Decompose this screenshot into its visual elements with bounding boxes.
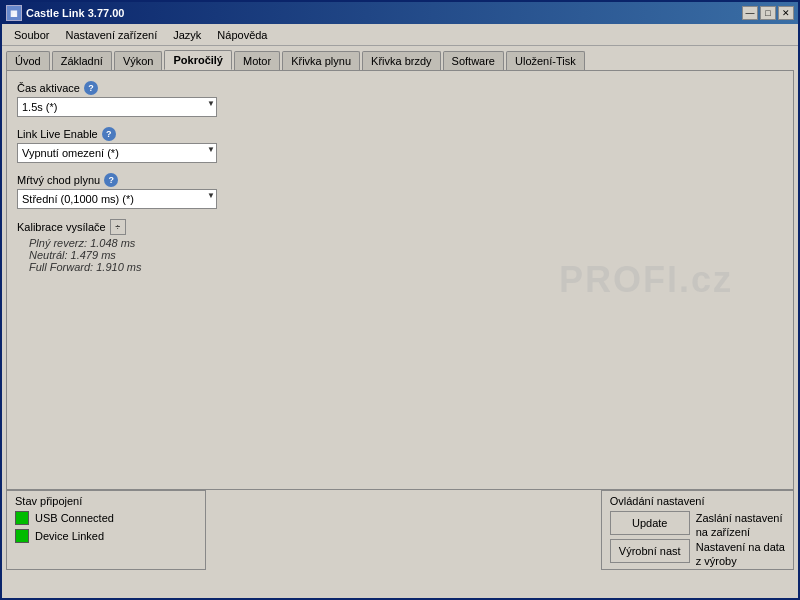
mrtvy-chod-label: Mŕtvý chod plynu — [17, 174, 100, 186]
status-descriptions: Zaslání nastavenína zařízení Nastavení n… — [696, 511, 785, 568]
cas-aktivace-help-icon[interactable]: ? — [84, 81, 98, 95]
app-icon: ▦ — [6, 5, 22, 21]
window-controls: — □ ✕ — [742, 6, 794, 20]
cas-aktivace-select-wrapper: 1.5s (*) — [17, 97, 217, 117]
device-linked-indicator — [15, 529, 29, 543]
menu-napoveda[interactable]: Nápověda — [209, 27, 275, 43]
status-bar: Stav připojení USB Connected Device Link… — [6, 490, 794, 570]
cas-aktivace-label: Čas aktivace — [17, 82, 80, 94]
update-button[interactable]: Update — [610, 511, 690, 535]
kalibrace-value-2: Full Forward: 1.910 ms — [29, 261, 783, 273]
status-right-title: Ovládání nastavení — [610, 495, 785, 507]
kalibrace-label: Kalibrace vysílače — [17, 221, 106, 233]
main-content: Čas aktivace ? 1.5s (*) Link Live Enable… — [6, 70, 794, 490]
status-right: Ovládání nastavení Update Výrobní nast Z… — [601, 490, 794, 570]
tab-software[interactable]: Software — [443, 51, 504, 70]
status-spacer — [206, 490, 601, 570]
status-buttons: Update Výrobní nast — [610, 511, 690, 568]
tab-pokrocily[interactable]: Pokročilý — [164, 50, 232, 70]
tab-ulozeni-tisk[interactable]: Uložení-Tisk — [506, 51, 585, 70]
status-usb-item: USB Connected — [15, 511, 197, 525]
mrtvy-chod-help-icon[interactable]: ? — [104, 173, 118, 187]
usb-connected-label: USB Connected — [35, 512, 114, 524]
status-desc-0: Zaslání nastavenína zařízení — [696, 511, 785, 540]
kalibrace-values: Plný reverz: 1.048 ms Neutrál: 1.479 ms … — [17, 237, 783, 273]
mrtvy-chod-select[interactable]: Střední (0,1000 ms) (*) — [17, 189, 217, 209]
tab-zakladni[interactable]: Základní — [52, 51, 112, 70]
minimize-button[interactable]: — — [742, 6, 758, 20]
link-live-enable-label: Link Live Enable — [17, 128, 98, 140]
title-bar: ▦ Castle Link 3.77.00 — □ ✕ — [2, 2, 798, 24]
menu-jazyk[interactable]: Jazyk — [165, 27, 209, 43]
menu-soubor[interactable]: Soubor — [6, 27, 57, 43]
tab-bar: Úvod Základní Výkon Pokročilý Motor Křiv… — [2, 46, 798, 70]
tab-krivka-brzdy[interactable]: Křivka brzdy — [362, 51, 441, 70]
menu-nastaveni[interactable]: Nastavení zařízení — [57, 27, 165, 43]
link-live-help-icon[interactable]: ? — [102, 127, 116, 141]
kalibrace-section: Kalibrace vysílače ÷ Plný reverz: 1.048 … — [17, 219, 783, 273]
tab-motor[interactable]: Motor — [234, 51, 280, 70]
cas-aktivace-group: Čas aktivace ? 1.5s (*) — [17, 81, 783, 117]
link-live-select[interactable]: Vypnutí omezení (*) — [17, 143, 217, 163]
link-live-select-wrapper: Vypnutí omezení (*) — [17, 143, 217, 163]
usb-connected-indicator — [15, 511, 29, 525]
status-left-title: Stav připojení — [15, 495, 197, 507]
maximize-button[interactable]: □ — [760, 6, 776, 20]
tab-uvod[interactable]: Úvod — [6, 51, 50, 70]
tab-vykon[interactable]: Výkon — [114, 51, 163, 70]
mrtvy-chod-group: Mŕtvý chod plynu ? Střední (0,1000 ms) (… — [17, 173, 783, 209]
status-device-item: Device Linked — [15, 529, 197, 543]
cas-aktivace-select[interactable]: 1.5s (*) — [17, 97, 217, 117]
device-linked-label: Device Linked — [35, 530, 104, 542]
menu-bar: Soubor Nastavení zařízení Jazyk Nápověda — [2, 24, 798, 46]
link-live-enable-group: Link Live Enable ? Vypnutí omezení (*) — [17, 127, 783, 163]
status-left: Stav připojení USB Connected Device Link… — [6, 490, 206, 570]
close-button[interactable]: ✕ — [778, 6, 794, 20]
kalibrace-value-1: Neutrál: 1.479 ms — [29, 249, 783, 261]
tab-krivka-plynu[interactable]: Křivka plynu — [282, 51, 360, 70]
kalibrace-icon[interactable]: ÷ — [110, 219, 126, 235]
kalibrace-value-0: Plný reverz: 1.048 ms — [29, 237, 783, 249]
mrtvy-chod-select-wrapper: Střední (0,1000 ms) (*) — [17, 189, 217, 209]
status-desc-1: Nastavení na dataz výroby — [696, 540, 785, 569]
window-title: Castle Link 3.77.00 — [26, 7, 124, 19]
vrobni-nast-button[interactable]: Výrobní nast — [610, 539, 690, 563]
